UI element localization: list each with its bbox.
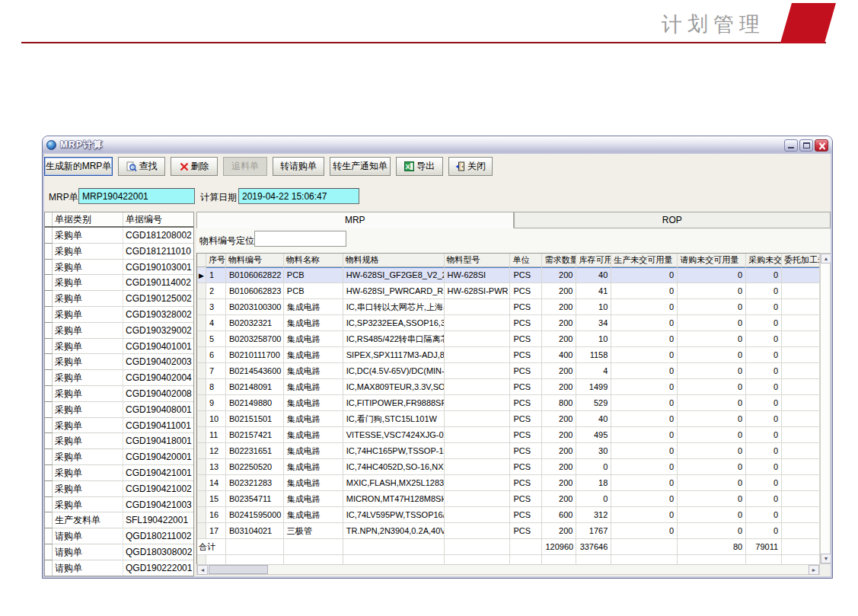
document-row-20[interactable]: 请购单QGD180211002 <box>45 528 193 544</box>
grid-header-cell[interactable]: 委托加工未 <box>782 254 820 267</box>
grid-cell: 10 <box>576 299 611 315</box>
document-row-5[interactable]: 采购单CGD190125002 <box>45 291 193 307</box>
grid-cell <box>782 315 820 331</box>
minimize-button[interactable] <box>784 139 798 152</box>
h-scroll-track[interactable] <box>268 565 809 574</box>
grid-row-3[interactable]: 3B0203100300集成电路IC,串口转以太网芯片,上海卓PCS200100… <box>197 299 820 315</box>
document-row-16[interactable]: 采购单CGD190421001 <box>45 465 193 481</box>
document-row-21[interactable]: 请购单QGD180308002 <box>45 544 193 560</box>
grid-header-cell[interactable]: 物料型号 <box>445 254 511 267</box>
document-row-19[interactable]: 生产发料单SFL190422001 <box>45 512 193 528</box>
grid-cell: 3 <box>206 299 226 315</box>
document-row-2[interactable]: 采购单CGD181211010 <box>45 244 193 260</box>
scroll-right-button[interactable]: ► <box>809 565 819 575</box>
toolbar-button-3[interactable]: 删除 <box>171 157 218 176</box>
document-row-6[interactable]: 采购单CGD190328002 <box>45 307 193 323</box>
grid-row-8[interactable]: 8B02148091集成电路IC,MAX809TEUR,3.3V,SOT-PCS… <box>197 379 820 395</box>
document-row-14[interactable]: 采购单CGD190418001 <box>45 433 193 449</box>
grid-row-17[interactable]: 17B03104021三极管TR.NPN,2N3904,0.2A,40V,PCS… <box>197 523 820 539</box>
grid-header-cell[interactable]: 物料规格 <box>343 254 445 267</box>
grid-header-cell[interactable]: 生产未交可用量 <box>611 254 678 267</box>
maximize-button[interactable] <box>799 139 813 152</box>
grid-cell: 4 <box>206 315 226 331</box>
document-row-18[interactable]: 采购单CGD190421003 <box>45 497 193 513</box>
document-row-10[interactable]: 采购单CGD190402004 <box>45 370 193 386</box>
document-row-9[interactable]: 采购单CGD190402003 <box>45 354 193 370</box>
grid-header-cell[interactable]: 序号 <box>206 254 226 267</box>
grid-cell: SIPEX,SPX1117M3-ADJ,80 <box>343 347 445 363</box>
document-row-15[interactable]: 采购单CGD190420001 <box>45 449 193 465</box>
document-row-11[interactable]: 采购单CGD190402008 <box>45 386 193 402</box>
horizontal-scrollbar[interactable]: ◄ ► <box>196 564 820 575</box>
mrp-no-input[interactable] <box>78 188 195 204</box>
grid-cell: 16 <box>206 507 226 523</box>
grid-row-14[interactable]: 14B02321283集成电路MXIC,FLASH,MX25L12835FPCS… <box>197 475 820 491</box>
document-row-13[interactable]: 采购单CGD190411001 <box>45 418 193 434</box>
grid-row-12[interactable]: 12B02231651集成电路IC,74HC165PW,TSSOP-16PCS2… <box>197 443 820 459</box>
document-row-1[interactable]: 采购单CGD181208002 <box>45 228 193 244</box>
grid-cell: HW-628SI <box>445 267 511 283</box>
toolbar-button-label: 关闭 <box>467 160 486 173</box>
document-row-8[interactable]: 采购单CGD190401001 <box>45 339 193 355</box>
grid-row-13[interactable]: 13B02250520集成电路IC,74HC4052D,SO-16,NXFPCS… <box>197 459 820 475</box>
grid-row-9[interactable]: 9B02149880集成电路IC,FITIPOWER,FR9888SP(PCS8… <box>197 395 820 411</box>
grid-row-6[interactable]: 6B0210111700集成电路SIPEX,SPX1117M3-ADJ,80PC… <box>197 347 820 363</box>
toolbar-button-label: 导出 <box>416 160 435 173</box>
document-row-22[interactable]: 请购单QGD190222001 <box>45 560 193 576</box>
grid-row-5[interactable]: 5B0203258700集成电路IC,RS485/422转串口隔离芯PCS200… <box>197 331 820 347</box>
document-row-3[interactable]: 采购单CGD190103001 <box>45 260 193 276</box>
toolbar-button-7[interactable]: X导出 <box>396 157 443 176</box>
grid-cell: 0 <box>611 299 678 315</box>
grid-cell <box>782 555 820 564</box>
h-scroll-thumb[interactable] <box>209 565 268 574</box>
grid-cell: PCS <box>510 267 542 283</box>
row-gutter <box>45 370 53 386</box>
document-row-7[interactable]: 采购单CGD190329002 <box>45 323 193 339</box>
vertical-scrollbar[interactable]: ▲ ▼ <box>820 253 831 564</box>
grid-row-10[interactable]: 10B02151501集成电路IC,看门狗,STC15L101WPCS20040… <box>197 411 820 427</box>
grid-cell: 0 <box>678 491 746 507</box>
document-row-12[interactable]: 采购单CGD190408001 <box>45 402 193 418</box>
toolbar-button-2[interactable]: 查找 <box>118 157 165 176</box>
toolbar-button-1[interactable]: 生成新的MRP单 <box>44 157 113 176</box>
grid-header-cell[interactable]: 采购未交 <box>746 254 782 267</box>
toolbar-button-8[interactable]: 关闭 <box>448 157 493 176</box>
toolbar-button-6[interactable]: 转生产通知单 <box>330 157 391 176</box>
grid-row-2[interactable]: 2B0106062823PCBHW-628SI_PWRCARD_RSHW-628… <box>197 283 820 299</box>
grid-cell: 11 <box>206 427 226 443</box>
close-button[interactable] <box>815 139 828 152</box>
grid-header-cell[interactable]: 需求数量 <box>542 254 576 267</box>
material-locator-input[interactable] <box>254 231 346 247</box>
toolbar-button-5[interactable]: 转请购单 <box>273 157 324 176</box>
tab-mrp[interactable]: MRP <box>196 212 514 228</box>
document-row-4[interactable]: 采购单CGD190114002 <box>45 275 193 291</box>
grid-row-1[interactable]: ▶1B0106062822PCBHW-628SI_GF2GE8_V2_2(HW-… <box>197 267 820 283</box>
calc-date-input[interactable] <box>238 188 359 204</box>
scroll-left-button[interactable]: ◄ <box>197 565 208 575</box>
scroll-down-button[interactable]: ▼ <box>821 554 831 563</box>
toolbar-button-label: 追料单 <box>231 160 259 173</box>
grid-cell <box>782 427 820 443</box>
grid-row-11[interactable]: 11B02157421集成电路VITESSE,VSC7424XJG-02,PCS… <box>197 427 820 443</box>
grid-cell <box>445 395 511 411</box>
grid-row-7[interactable]: 7B0214543600集成电路IC,DC(4.5V-65V)/DC(MIN-1… <box>197 363 820 379</box>
grid-cell: HW-628SI_PWRCARD_RS <box>343 283 445 299</box>
grid-cell <box>445 315 511 331</box>
grid-row-15[interactable]: 15B02354711集成电路MICRON,MT47H128M8SH-PCS20… <box>197 491 820 507</box>
grid-row-4[interactable]: 4B02032321集成电路IC,SP3232EEA,SSOP16,3.(PCS… <box>197 315 820 331</box>
grid-header-cell[interactable]: 物料名称 <box>284 254 343 267</box>
grid-row-16[interactable]: 16B0241595000集成电路IC,74LV595PW,TSSOP16/7P… <box>197 507 820 523</box>
grid-header-cell[interactable]: 物料编号 <box>226 254 284 267</box>
scroll-up-button[interactable]: ▲ <box>821 254 831 263</box>
tab-rop[interactable]: ROP <box>514 212 831 228</box>
document-row-17[interactable]: 采购单CGD190421002 <box>45 481 193 497</box>
grid-cell: TR.NPN,2N3904,0.2A,40V, <box>343 523 445 539</box>
grid-header-cell[interactable]: 库存可用 <box>576 254 611 267</box>
grid-cell: PCS <box>510 427 542 443</box>
grid-header-cell[interactable]: 请购未交可用量 <box>678 254 746 267</box>
grid-header-cell[interactable]: 单位 <box>510 254 542 267</box>
grid-cell: 12 <box>206 443 226 459</box>
grid-cell: 0 <box>746 283 782 299</box>
grid-cell <box>510 555 542 564</box>
grid-cell: 0 <box>611 379 678 395</box>
